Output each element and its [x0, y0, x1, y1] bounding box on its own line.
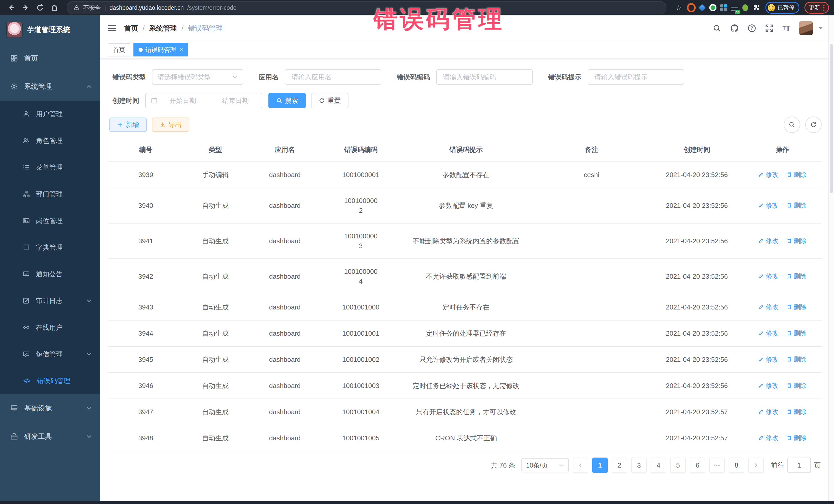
- edit-link[interactable]: 修改: [758, 170, 778, 179]
- delete-link[interactable]: 删除: [787, 433, 807, 443]
- error-msg-input[interactable]: [593, 73, 679, 82]
- app-logo[interactable]: 芋道管理系统: [0, 15, 100, 44]
- goto-page-input[interactable]: [787, 458, 811, 473]
- sidebar-item-error-code[interactable]: </> 错误码管理: [0, 368, 100, 394]
- edit-link[interactable]: 修改: [758, 302, 778, 312]
- cell-time: 2021-04-20 23:52:56: [651, 259, 743, 294]
- sidebar-item-menus[interactable]: 菜单管理: [0, 154, 100, 181]
- extension-orange-icon[interactable]: [687, 3, 696, 12]
- page-size-select[interactable]: 10条/页: [522, 458, 569, 473]
- browser-back-icon[interactable]: [5, 2, 18, 14]
- browser-profile-badge[interactable]: 已暂停: [766, 2, 799, 14]
- header-search-icon[interactable]: [712, 24, 721, 32]
- sidebar-item-devtools[interactable]: 研发工具: [0, 422, 100, 451]
- delete-link[interactable]: 删除: [787, 271, 807, 281]
- browser-forward-icon[interactable]: [20, 2, 32, 14]
- browser-home-icon[interactable]: [48, 2, 61, 14]
- edit-link[interactable]: 修改: [758, 328, 778, 338]
- cell-id: 3948: [108, 425, 183, 451]
- sidebar: 芋道管理系统 首页 系统管理 用户管理 角色管理: [0, 15, 100, 501]
- edit-link[interactable]: 修改: [758, 354, 778, 364]
- delete-link[interactable]: 删除: [787, 302, 807, 312]
- tab-close-icon[interactable]: ×: [180, 46, 183, 53]
- next-page-button[interactable]: [748, 458, 764, 473]
- sidebar-item-label: 基础设施: [24, 404, 52, 413]
- page-button-3[interactable]: 3: [631, 458, 647, 473]
- sidebar-item-departments[interactable]: 部门管理: [0, 181, 100, 207]
- tab-error-code[interactable]: 错误码管理 ×: [133, 43, 188, 57]
- extension-green-check-icon[interactable]: [708, 3, 717, 12]
- sidebar-item-dictionary[interactable]: 字典管理: [0, 234, 100, 261]
- browser-update-button[interactable]: 更新: [805, 2, 829, 14]
- fullscreen-icon[interactable]: [765, 24, 774, 32]
- delete-link[interactable]: 删除: [787, 354, 807, 364]
- edit-link[interactable]: 修改: [758, 380, 778, 390]
- breadcrumb-system[interactable]: 系统管理: [149, 24, 177, 33]
- github-icon[interactable]: [730, 24, 739, 32]
- delete-link[interactable]: 删除: [787, 380, 807, 390]
- sidebar-item-roles[interactable]: 角色管理: [0, 127, 100, 154]
- filter-row-2: 创建时间 开始日期 - 结束日期 搜索 重置: [112, 93, 822, 108]
- sidebar-item-home[interactable]: 首页: [0, 44, 100, 72]
- url-path: /system/error-code: [187, 4, 237, 11]
- page-scrollbar[interactable]: [828, 15, 834, 501]
- page-button-6[interactable]: 6: [690, 458, 705, 473]
- delete-link[interactable]: 删除: [787, 407, 807, 416]
- add-button[interactable]: 新增: [109, 117, 147, 132]
- tab-home[interactable]: 首页: [108, 43, 130, 57]
- avatar-caret-icon[interactable]: [819, 27, 823, 29]
- page-button-1[interactable]: 1: [592, 458, 608, 473]
- breadcrumb-home[interactable]: 首页: [124, 24, 138, 33]
- address-bar[interactable]: 不安全 | dashboard.yudao.iocoder.cn/system/…: [67, 1, 666, 14]
- edit-link[interactable]: 修改: [758, 271, 778, 281]
- help-icon[interactable]: ?: [748, 24, 756, 32]
- extension-list-icon[interactable]: on: [730, 3, 739, 12]
- sidebar-item-online-users[interactable]: 在线用户: [0, 314, 100, 341]
- error-code-input[interactable]: [442, 73, 527, 82]
- page-button-5[interactable]: 5: [670, 458, 686, 473]
- sidebar-item-users[interactable]: 用户管理: [0, 101, 100, 127]
- app-name-input[interactable]: [290, 73, 376, 82]
- goto-label: 前往: [771, 461, 784, 470]
- extension-gem-icon[interactable]: [698, 3, 706, 12]
- toggle-search-button[interactable]: [784, 116, 800, 133]
- sidebar-item-infrastructure[interactable]: 基础设施: [0, 394, 100, 422]
- browser-menu-icon[interactable]: [823, 5, 825, 11]
- bookmark-star-icon[interactable]: ☆: [673, 2, 685, 14]
- sidebar-item-audit-log[interactable]: 审计日志: [0, 287, 100, 314]
- sidebar-item-announcements[interactable]: 通知公告: [0, 261, 100, 287]
- edit-link[interactable]: 修改: [758, 433, 778, 443]
- page-button-4[interactable]: 4: [651, 458, 666, 473]
- edit-link[interactable]: 修改: [758, 236, 778, 246]
- font-size-icon[interactable]: TT: [783, 24, 790, 32]
- sidebar-toggle-icon[interactable]: [108, 25, 116, 31]
- cell-remark: [533, 320, 651, 346]
- page-button-8[interactable]: 8: [729, 458, 744, 473]
- extension-leaf-icon[interactable]: [741, 3, 750, 12]
- error-type-select[interactable]: 请选择错误码类型: [152, 69, 243, 85]
- prev-page-button[interactable]: [573, 458, 588, 473]
- delete-link[interactable]: 删除: [787, 200, 807, 210]
- user-avatar[interactable]: [799, 21, 813, 35]
- date-range-picker[interactable]: 开始日期 - 结束日期: [145, 93, 262, 108]
- more-pages-button[interactable]: •••: [709, 458, 725, 473]
- search-button[interactable]: 搜索: [268, 93, 306, 108]
- page-button-2[interactable]: 2: [612, 458, 627, 473]
- cell-code: 100100000 3: [322, 223, 399, 259]
- cell-time: 2021-04-20 23:52:56: [651, 294, 743, 320]
- delete-link[interactable]: 删除: [787, 328, 807, 338]
- sidebar-item-posts[interactable]: 岗位管理: [0, 207, 100, 234]
- sidebar-item-sms[interactable]: 短信管理: [0, 341, 100, 368]
- delete-link[interactable]: 删除: [787, 236, 807, 246]
- scrollbar-thumb[interactable]: [830, 44, 833, 193]
- sidebar-item-system[interactable]: 系统管理: [0, 72, 100, 101]
- browser-reload-icon[interactable]: [34, 2, 46, 14]
- extensions-puzzle-icon[interactable]: [752, 3, 760, 12]
- export-button[interactable]: 导出: [152, 117, 190, 132]
- delete-link[interactable]: 删除: [787, 170, 807, 179]
- reset-button[interactable]: 重置: [311, 93, 349, 108]
- refresh-table-button[interactable]: [805, 116, 822, 133]
- edit-link[interactable]: 修改: [758, 200, 778, 210]
- extension-cubes-icon[interactable]: [719, 3, 728, 12]
- edit-link[interactable]: 修改: [758, 407, 778, 416]
